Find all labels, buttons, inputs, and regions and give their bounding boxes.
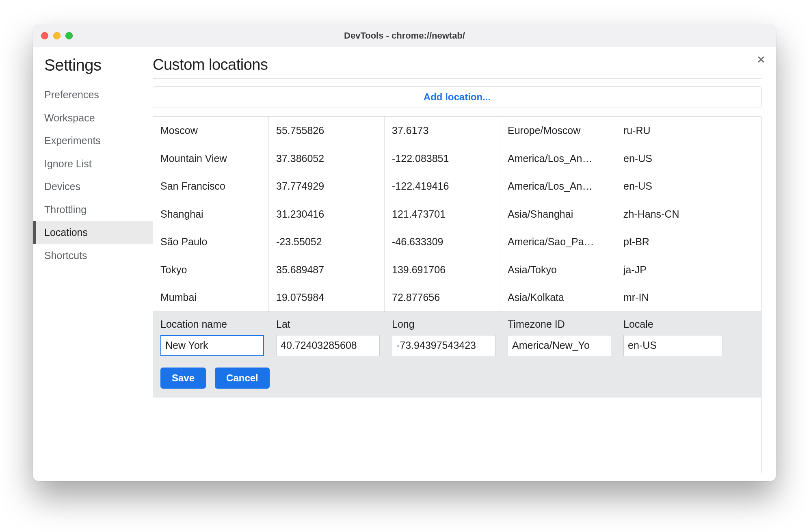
editor-input-name[interactable] <box>160 335 264 356</box>
table-cell-lat[interactable]: -23.55052 <box>269 228 385 256</box>
traffic-lights <box>33 32 73 39</box>
save-button[interactable]: Save <box>160 368 206 389</box>
editor-label-locale: Locale <box>616 312 728 333</box>
table-cell-lat[interactable]: 19.075984 <box>269 283 385 311</box>
table-cell-name[interactable]: San Francisco <box>153 172 269 200</box>
sidebar-item-throttling[interactable]: Throttling <box>33 198 153 221</box>
table-cell-tz[interactable]: Asia/Kolkata <box>500 283 616 311</box>
table-cell-name[interactable]: Mountain View <box>153 145 269 173</box>
window-close-button[interactable] <box>41 32 48 39</box>
table-cell-name[interactable]: Mumbai <box>153 283 269 311</box>
editor-input-lat[interactable] <box>276 335 380 356</box>
table-cell-lat[interactable]: 35.689487 <box>269 256 385 284</box>
editor-input-locale[interactable] <box>623 335 723 356</box>
table-cell-locale[interactable]: pt-BR <box>616 228 728 256</box>
table-cell-name[interactable]: Moscow <box>153 117 269 145</box>
table-cell-long[interactable]: -46.633309 <box>385 228 500 256</box>
locations-table: Moscow55.75582637.6173Europe/Moscowru-RU… <box>153 116 761 473</box>
cancel-button[interactable]: Cancel <box>215 368 270 389</box>
close-icon[interactable]: ✕ <box>757 54 766 65</box>
settings-sidebar: Settings PreferencesWorkspaceExperiments… <box>33 47 153 481</box>
table-cell-locale[interactable]: mr-IN <box>616 283 728 311</box>
settings-main: Custom locations Add location... Moscow5… <box>153 47 776 481</box>
add-location-button[interactable]: Add location... <box>153 86 761 108</box>
table-cell-long[interactable]: -122.083851 <box>385 145 500 173</box>
sidebar-item-workspace[interactable]: Workspace <box>33 106 153 130</box>
editor-input-tz[interactable] <box>508 335 611 356</box>
table-cell-long[interactable]: 121.473701 <box>385 200 500 228</box>
table-cell-tz[interactable]: America/Los_An… <box>500 172 616 200</box>
table-cell-name[interactable]: São Paulo <box>153 228 269 256</box>
table-cell-locale[interactable]: ja-JP <box>616 256 728 284</box>
sidebar-item-experiments[interactable]: Experiments <box>33 129 153 152</box>
titlebar: DevTools - chrome://newtab/ <box>33 24 776 47</box>
window-minimize-button[interactable] <box>53 32 61 39</box>
table-cell-long[interactable]: 37.6173 <box>385 117 500 145</box>
table-cell-lat[interactable]: 37.774929 <box>269 172 385 200</box>
table-cell-name[interactable]: Shanghai <box>153 200 269 228</box>
sidebar-item-ignore-list[interactable]: Ignore List <box>33 152 153 175</box>
table-cell-tz[interactable]: Asia/Shanghai <box>500 200 616 228</box>
editor-label-name: Location name <box>153 312 269 333</box>
table-cell-long[interactable]: 72.877656 <box>385 283 500 311</box>
window-title: DevTools - chrome://newtab/ <box>33 30 776 41</box>
sidebar-item-shortcuts[interactable]: Shortcuts <box>33 244 153 267</box>
sidebar-item-locations[interactable]: Locations <box>33 221 153 244</box>
sidebar-item-preferences[interactable]: Preferences <box>33 83 153 106</box>
table-cell-locale[interactable]: zh-Hans-CN <box>616 200 728 228</box>
table-cell-long[interactable]: 139.691706 <box>385 256 500 284</box>
editor-input-long[interactable] <box>392 335 495 356</box>
table-cell-locale[interactable]: en-US <box>616 145 728 173</box>
table-cell-tz[interactable]: Europe/Moscow <box>500 117 616 145</box>
devtools-window: DevTools - chrome://newtab/ ✕ Settings P… <box>33 24 776 481</box>
table-cell-locale[interactable]: en-US <box>616 172 728 200</box>
table-cell-lat[interactable]: 31.230416 <box>269 200 385 228</box>
table-cell-lat[interactable]: 37.386052 <box>269 145 385 173</box>
editor-label-lat: Lat <box>269 312 385 333</box>
editor-label-long: Long <box>385 312 500 333</box>
table-cell-locale[interactable]: ru-RU <box>616 117 728 145</box>
sidebar-item-devices[interactable]: Devices <box>33 175 153 198</box>
location-editor: Location name Lat Long Timezone ID Local… <box>153 311 761 398</box>
table-cell-tz[interactable]: Asia/Tokyo <box>500 256 616 284</box>
page-title: Custom locations <box>153 56 761 74</box>
table-cell-tz[interactable]: America/Sao_Pa… <box>500 228 616 256</box>
divider <box>153 78 761 79</box>
table-cell-long[interactable]: -122.419416 <box>385 172 500 200</box>
table-cell-name[interactable]: Tokyo <box>153 256 269 284</box>
window-zoom-button[interactable] <box>65 32 73 39</box>
settings-title: Settings <box>33 56 153 74</box>
table-cell-tz[interactable]: America/Los_An… <box>500 145 616 173</box>
editor-label-tz: Timezone ID <box>500 312 616 333</box>
table-cell-lat[interactable]: 55.755826 <box>269 117 385 145</box>
